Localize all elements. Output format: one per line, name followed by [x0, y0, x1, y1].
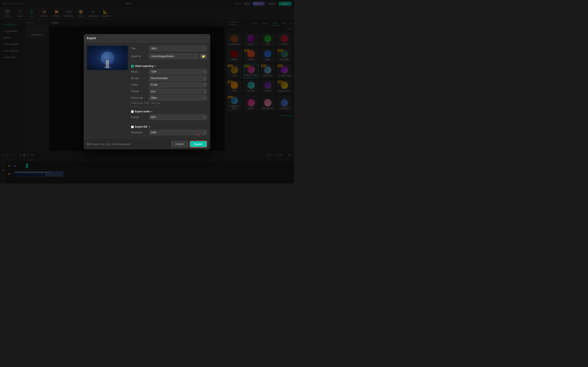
cancel-button[interactable]: Cancel	[171, 141, 188, 147]
export-to-field-row: Export to 📁	[131, 53, 207, 59]
codec-select[interactable]: H.264	[149, 82, 207, 87]
audio-export-checkbox[interactable]	[131, 110, 134, 113]
gif-resolution-row: Resolution 240P	[131, 130, 207, 135]
footer-buttons: Cancel ↓ Export	[171, 141, 207, 147]
audio-section-header: Export audio ▾	[131, 109, 207, 113]
bitrate-row: Bit rate Recommended	[131, 76, 207, 81]
title-input[interactable]	[149, 46, 207, 51]
video-export-checkbox[interactable]	[131, 65, 134, 67]
preview-text-overlay: m◎◎n	[104, 66, 111, 68]
framerate-label: Frame rate	[131, 96, 147, 99]
film-icon: 🎞	[87, 142, 90, 146]
export-to-label: Export to	[131, 55, 147, 58]
resolution-select[interactable]: 720P	[149, 69, 207, 75]
framerate-select[interactable]: 30fps	[149, 95, 207, 100]
export-dialog: Export m◎◎n Title Exp	[84, 34, 210, 150]
format-label: Format	[131, 90, 147, 93]
resolution-row: Resol... 720P	[131, 69, 207, 75]
codec-dropdown-wrapper: H.264	[149, 82, 207, 87]
audio-format-row: Format MP3	[131, 115, 207, 120]
codec-row: Codec H.264	[131, 82, 207, 87]
export-dialog-body: m◎◎n Title Export to 📁	[84, 42, 210, 138]
framerate-dropdown-wrapper: 30fps	[149, 95, 207, 100]
preview-background: m◎◎n	[87, 46, 128, 70]
export-dialog-footer: 🎞 Duration: 21s | Size: 26 MB (estimated…	[84, 138, 210, 150]
footer-info: 🎞 Duration: 21s | Size: 26 MB (estimated…	[87, 142, 130, 146]
resolution-label: Resol...	[131, 70, 147, 73]
audio-section: Export audio ▾ Format MP3	[131, 107, 207, 120]
gif-section-header: Export GIF ▾	[131, 124, 207, 129]
title-field-row: Title	[131, 46, 207, 51]
format-dropdown-wrapper: mov	[149, 89, 207, 94]
color-space-text: Color space: SDR – Rec.709	[131, 101, 207, 105]
framerate-row: Frame rate 30fps	[131, 95, 207, 100]
modal-overlay: Export m◎◎n Title Exp	[0, 0, 294, 184]
format-select[interactable]: mov	[149, 89, 207, 94]
resolution-dropdown-wrapper: 720P	[149, 69, 207, 75]
duration-size-info: Duration: 21s | Size: 26 MB (estimated)	[91, 143, 130, 145]
gif-resolution-label: Resolution	[131, 131, 147, 134]
codec-label: Codec	[131, 83, 147, 86]
video-export-chevron: ▾	[155, 65, 156, 67]
export-dialog-title: Export	[84, 34, 210, 42]
format-row: Format mov	[131, 89, 207, 94]
export-fields: Title Export to 📁 Video exporting ▾	[131, 46, 207, 135]
browse-button[interactable]: 📁	[200, 53, 207, 59]
title-label: Title	[131, 47, 147, 50]
video-section: Video exporting ▾ Resol... 720P Bit rate	[131, 61, 207, 105]
gif-export-checkbox[interactable]	[131, 125, 134, 128]
video-section-header: Video exporting ▾	[131, 63, 207, 68]
export-to-input[interactable]	[149, 53, 198, 59]
audio-export-label: Export audio	[135, 110, 150, 113]
export-preview: m◎◎n	[87, 46, 128, 70]
audio-format-dropdown-wrapper: MP3	[149, 115, 207, 120]
gif-section: Export GIF ▾ Resolution 240P	[131, 122, 207, 135]
arrow-indicator: ↓	[197, 132, 200, 137]
audio-export-chevron: ▾	[151, 110, 152, 113]
bitrate-select[interactable]: Recommended	[149, 76, 207, 81]
gif-export-chevron: ▾	[149, 125, 150, 128]
audio-format-label: Format	[131, 116, 147, 119]
export-modal-button[interactable]: Export	[190, 141, 207, 147]
audio-format-select[interactable]: MP3	[149, 115, 207, 120]
bitrate-label: Bit rate	[131, 77, 147, 80]
export-button-wrapper: ↓ Export	[190, 141, 207, 147]
gif-export-label: Export GIF	[135, 125, 147, 128]
bitrate-dropdown-wrapper: Recommended	[149, 76, 207, 81]
video-export-label: Video exporting	[135, 65, 153, 67]
